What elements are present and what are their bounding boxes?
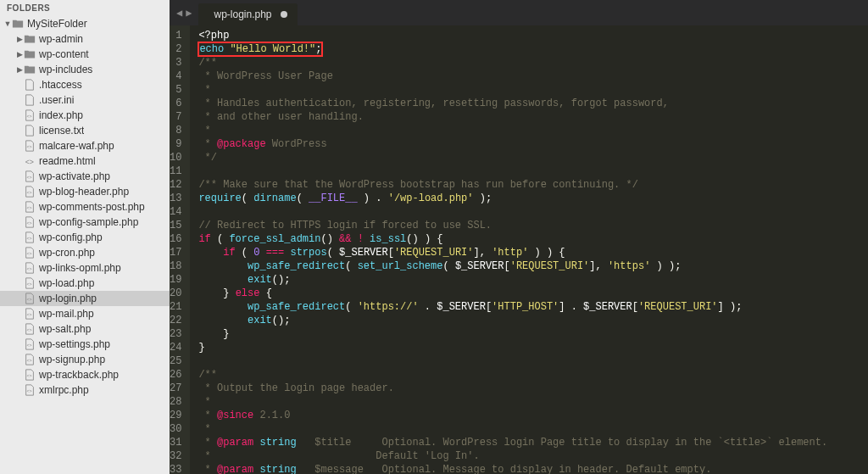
disclosure-triangle-icon[interactable]: ▶ [15,35,24,43]
file-wp-blog-header-php[interactable]: <>wp-blog-header.php [0,184,170,199]
code-area[interactable]: 1234567891011121314151617181920212223242… [170,25,868,474]
code-line[interactable]: } [198,327,868,341]
code-line[interactable]: * [198,83,868,97]
code-line[interactable] [198,165,868,178]
file-license-txt[interactable]: license.txt [0,123,170,138]
code-line[interactable]: * [198,422,868,436]
svg-text:<>: <> [27,190,32,195]
code-line[interactable]: * [198,395,868,409]
disclosure-triangle-icon[interactable]: ▶ [15,50,24,59]
code-line[interactable]: wp_safe_redirect( 'https://' . $_SERVER[… [198,300,868,314]
line-number: 31 [170,436,181,449]
file-malcare-waf-php[interactable]: <>malcare-waf.php [0,138,170,153]
code-line[interactable]: * Output the login page header. [198,382,868,395]
file-index-php[interactable]: <>index.php [0,108,170,123]
code-line[interactable]: require( dirname( __FILE__ ) . '/wp-load… [198,192,868,205]
file-htaccess[interactable]: .htaccess [0,77,170,92]
code-line[interactable]: * @param string $title Optional. WordPre… [198,436,868,449]
line-number: 24 [170,341,181,354]
code-line[interactable]: // Redirect to HTTPS login if forced to … [198,219,868,232]
file-wp-comments-post-php[interactable]: <>wp-comments-post.php [0,199,170,215]
code-line[interactable]: * Handles authentication, registering, r… [198,97,868,110]
line-number: 16 [170,232,181,246]
editor-area: ◀ ▶ wp-login.php 12345678910111213141516… [170,0,868,474]
tree-item-label: wp-comments-post.php [39,201,145,213]
code-line[interactable] [198,205,868,219]
folder-wp-content[interactable]: ▶wp-content [0,47,170,62]
php-file-icon: <> [24,384,36,396]
line-number: 6 [170,97,181,110]
tree-item-label: wp-blog-header.php [39,186,129,198]
line-number: 4 [170,70,181,83]
code-line[interactable]: * WordPress User Page [198,70,868,83]
code-line[interactable]: * and other user handling. [198,110,868,124]
line-number: 7 [170,110,181,124]
tab-dirty-indicator [281,11,287,18]
file-wp-salt-php[interactable]: <>wp-salt.php [0,321,170,337]
line-number: 25 [170,354,181,368]
tree-item-label: xmlrpc.php [39,384,89,396]
line-number: 18 [170,259,181,273]
php-file-icon: <> [24,186,36,198]
tab-wp-login[interactable]: wp-login.php [198,3,297,25]
line-number: 22 [170,314,181,327]
code-line[interactable]: <?php [198,29,868,42]
code-line[interactable]: * @since 2.1.0 [198,409,868,422]
file-wp-links-opml-php[interactable]: <>wp-links-opml.php [0,260,170,276]
file-wp-trackback-php[interactable]: <>wp-trackback.php [0,367,170,382]
file-readme-html[interactable]: <>readme.html [0,153,170,169]
disclosure-triangle-icon[interactable]: ▶ [15,65,24,74]
code-line[interactable]: * [198,124,868,137]
html-file-icon: <> [24,155,36,167]
file-wp-config-php[interactable]: <>wp-config.php [0,230,170,245]
code-line[interactable]: wp_safe_redirect( set_url_scheme( $_SERV… [198,259,868,273]
folder-mysitefolder[interactable]: ▼MySiteFolder [0,16,170,31]
file-wp-mail-php[interactable]: <>wp-mail.php [0,306,170,321]
file-wp-load-php[interactable]: <>wp-load.php [0,276,170,291]
tree-item-label: wp-admin [39,33,83,45]
line-number: 32 [170,449,181,463]
sidebar-title: FOLDERS [0,0,170,16]
code-line[interactable]: } [198,341,868,354]
line-number: 13 [170,192,181,205]
nav-forward-icon[interactable]: ▶ [186,7,192,20]
line-number: 14 [170,205,181,219]
code-line[interactable]: /** [198,368,868,382]
code-lines[interactable]: <?phpecho "Hello World!";/** * WordPress… [190,25,868,474]
file-user-ini[interactable]: .user.ini [0,92,170,108]
file-wp-config-sample-php[interactable]: <>wp-config-sample.php [0,215,170,230]
line-number: 3 [170,56,181,70]
code-line[interactable]: */ [198,151,868,165]
file-wp-login-php[interactable]: <>wp-login.php [0,291,170,306]
code-line[interactable]: if ( force_ssl_admin() && ! is_ssl() ) { [198,232,868,246]
sidebar: FOLDERS ▼MySiteFolder▶wp-admin▶wp-conten… [0,0,170,474]
tree-item-label: wp-mail.php [39,308,94,320]
file-wp-cron-php[interactable]: <>wp-cron.php [0,245,170,260]
code-line[interactable]: } else { [198,287,868,300]
nav-back-icon[interactable]: ◀ [176,7,182,20]
file-wp-signup-php[interactable]: <>wp-signup.php [0,352,170,367]
code-line[interactable]: exit(); [198,314,868,327]
folder-wp-includes[interactable]: ▶wp-includes [0,62,170,77]
php-file-icon: <> [24,323,36,335]
tree-item-label: wp-load.php [39,277,94,289]
code-line[interactable]: * @package WordPress [198,137,868,151]
code-line[interactable]: * Default 'Log In'. [198,449,868,463]
folder-icon [24,33,36,45]
code-line[interactable]: * @param string $message Optional. Messa… [198,463,868,474]
disclosure-triangle-icon[interactable]: ▼ [3,20,12,28]
svg-text:<>: <> [27,312,32,317]
file-wp-activate-php[interactable]: <>wp-activate.php [0,169,170,184]
code-line[interactable]: echo "Hello World!"; [198,42,868,56]
php-file-icon: <> [24,170,36,182]
php-file-icon: <> [24,369,36,381]
file-wp-settings-php[interactable]: <>wp-settings.php [0,337,170,352]
code-line[interactable]: if ( 0 === strpos( $_SERVER['REQUEST_URI… [198,246,868,259]
code-line[interactable] [198,354,868,368]
code-line[interactable]: /** Make sure that the WordPress bootstr… [198,178,868,192]
folder-wp-admin[interactable]: ▶wp-admin [0,31,170,47]
file-xmlrpc-php[interactable]: <>xmlrpc.php [0,382,170,398]
php-file-icon: <> [24,354,36,365]
code-line[interactable]: /** [198,56,868,70]
code-line[interactable]: exit(); [198,273,868,287]
